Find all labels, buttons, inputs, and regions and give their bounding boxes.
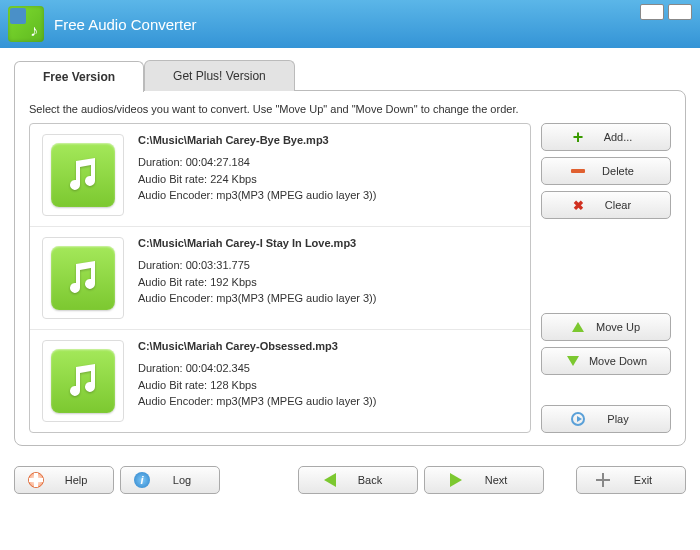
file-item[interactable]: C:\Music\Mariah Carey-I Stay In Love.mp3… [30,227,530,330]
back-button-label: Back [346,474,394,486]
arrow-up-icon [570,319,586,335]
back-button[interactable]: Back [298,466,418,494]
music-file-icon [42,340,124,422]
clear-button-label: Clear [594,199,642,211]
play-icon [570,411,586,427]
side-buttons: + Add... Delete ✖ Clear Move Up [541,123,671,433]
move-up-button[interactable]: Move Up [541,313,671,341]
exit-button-label: Exit [619,474,667,486]
close-button[interactable]: ✕ [668,4,692,20]
plus-icon: + [570,129,586,145]
title-bar: Free Audio Converter — ✕ [0,0,700,48]
file-path: C:\Music\Mariah Carey-Bye Bye.mp3 [138,134,518,146]
main-row: C:\Music\Mariah Carey-Bye Bye.mp3Duratio… [29,123,671,433]
file-info: C:\Music\Mariah Carey-Obsessed.mp3Durati… [138,340,518,422]
exit-icon [595,472,611,488]
file-duration: Duration: 00:04:02.345 [138,360,518,377]
log-button[interactable]: i Log [120,466,220,494]
delete-button-label: Delete [594,165,642,177]
file-duration: Duration: 00:04:27.184 [138,154,518,171]
file-path: C:\Music\Mariah Carey-I Stay In Love.mp3 [138,237,518,249]
tab-bar: Free Version Get Plus! Version [14,60,686,91]
file-meta: Duration: 00:04:02.345Audio Bit rate: 12… [138,360,518,410]
exit-button[interactable]: Exit [576,466,686,494]
footer-bar: Help i Log Back Next Exit [0,456,700,504]
file-encoder: Audio Encoder: mp3(MP3 (MPEG audio layer… [138,290,518,307]
file-bitrate: Audio Bit rate: 224 Kbps [138,171,518,188]
app-icon [8,6,44,42]
add-button[interactable]: + Add... [541,123,671,151]
move-up-button-label: Move Up [594,321,642,333]
music-file-icon [42,134,124,216]
add-button-label: Add... [594,131,642,143]
file-encoder: Audio Encoder: mp3(MP3 (MPEG audio layer… [138,393,518,410]
move-down-button[interactable]: Move Down [541,347,671,375]
file-meta: Duration: 00:03:31.775Audio Bit rate: 19… [138,257,518,307]
file-bitrate: Audio Bit rate: 128 Kbps [138,377,518,394]
file-info: C:\Music\Mariah Carey-I Stay In Love.mp3… [138,237,518,319]
minus-icon [570,163,586,179]
file-list[interactable]: C:\Music\Mariah Carey-Bye Bye.mp3Duratio… [29,123,531,433]
music-file-icon [42,237,124,319]
move-down-button-label: Move Down [589,355,647,367]
content-area: Free Version Get Plus! Version Select th… [0,48,700,456]
file-path: C:\Music\Mariah Carey-Obsessed.mp3 [138,340,518,352]
file-item[interactable]: C:\Music\Mariah Carey-Obsessed.mp3Durati… [30,330,530,432]
instructions-text: Select the audios/videos you want to con… [29,103,671,115]
file-duration: Duration: 00:03:31.775 [138,257,518,274]
help-button-label: Help [52,474,100,486]
info-icon: i [134,472,150,488]
file-encoder: Audio Encoder: mp3(MP3 (MPEG audio layer… [138,187,518,204]
next-button[interactable]: Next [424,466,544,494]
play-button-label: Play [594,413,642,425]
help-icon [28,472,44,488]
play-button[interactable]: Play [541,405,671,433]
tab-plus-version[interactable]: Get Plus! Version [144,60,295,91]
log-button-label: Log [158,474,206,486]
arrow-left-icon [322,472,338,488]
file-info: C:\Music\Mariah Carey-Bye Bye.mp3Duratio… [138,134,518,216]
arrow-right-icon [448,472,464,488]
file-bitrate: Audio Bit rate: 192 Kbps [138,274,518,291]
next-button-label: Next [472,474,520,486]
help-button[interactable]: Help [14,466,114,494]
app-title: Free Audio Converter [54,16,197,33]
arrow-down-icon [565,353,581,369]
tab-free-version[interactable]: Free Version [14,61,144,92]
minimize-button[interactable]: — [640,4,664,20]
main-panel: Select the audios/videos you want to con… [14,90,686,446]
file-item[interactable]: C:\Music\Mariah Carey-Bye Bye.mp3Duratio… [30,124,530,227]
delete-button[interactable]: Delete [541,157,671,185]
file-meta: Duration: 00:04:27.184Audio Bit rate: 22… [138,154,518,204]
window-controls: — ✕ [640,4,692,20]
x-icon: ✖ [570,197,586,213]
clear-button[interactable]: ✖ Clear [541,191,671,219]
